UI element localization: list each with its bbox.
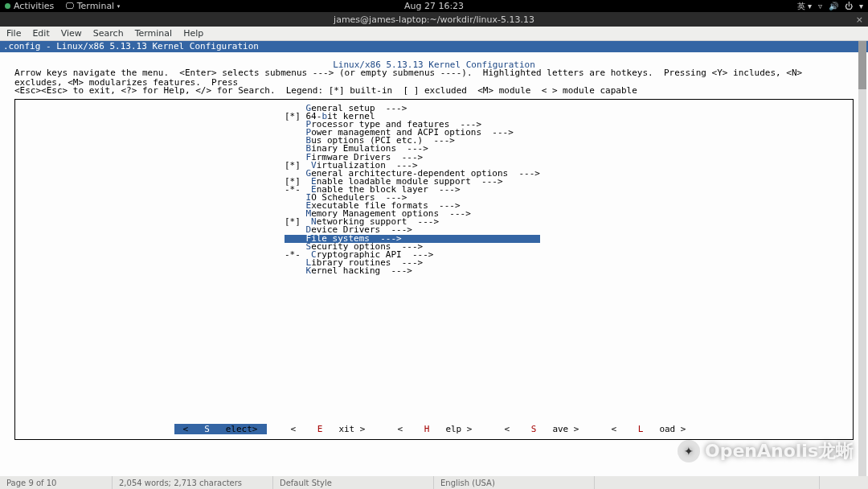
menuconfig: Linux/x86 5.13.13 Kernel Configuration A… <box>0 52 868 440</box>
terminal-viewport: .config - Linux/x86 5.13.13 Kernel Confi… <box>0 41 868 476</box>
activities-icon[interactable] <box>5 3 10 9</box>
status-page: Page 9 of 10 <box>0 476 113 489</box>
status-style: Default Style <box>273 476 434 489</box>
menu-edit[interactable]: Edit <box>32 28 49 39</box>
power-icon[interactable]: ⏻ <box>845 2 853 10</box>
status-language: English (USA) <box>434 476 595 489</box>
menu-search[interactable]: Search <box>93 28 124 39</box>
status-word-count: 2,054 words; 2,713 characters <box>113 476 273 489</box>
menuconfig-button-select[interactable]: <Select> <box>174 424 267 434</box>
terminal-menubar: File Edit View Search Terminal Help <box>0 27 868 41</box>
scrollbar-thumb[interactable] <box>858 41 866 89</box>
system-menu-chevron-icon[interactable]: ▾ <box>859 2 863 10</box>
menu-help[interactable]: Help <box>183 28 203 39</box>
menuconfig-header-bar: .config - Linux/x86 5.13.13 Kernel Confi… <box>0 41 868 52</box>
menu-file[interactable]: File <box>6 28 21 39</box>
clock[interactable]: Aug 27 16:23 <box>404 1 464 11</box>
terminal-scrollbar[interactable] <box>858 41 866 476</box>
menu-terminal[interactable]: Terminal <box>135 28 173 39</box>
menu-item-20[interactable]: Kernel hacking ---> <box>285 267 540 275</box>
status-blank <box>595 476 820 489</box>
menuconfig-button-load[interactable]: < Load > <box>604 424 694 434</box>
menuconfig-button-row: <Select>< Exit >< Help >< Save >< Load > <box>15 425 853 434</box>
network-icon[interactable]: ▿ <box>818 2 822 10</box>
window-titlebar: james@james-laptop:~/workdir/linux-5.13.… <box>0 12 868 27</box>
menu-view[interactable]: View <box>61 28 82 39</box>
window-close-button[interactable]: × <box>856 14 863 25</box>
menuconfig-button-exit[interactable]: < Exit > <box>283 424 374 434</box>
menuconfig-hint-line-2: <Esc><Esc> to exit, <?> for Help, </> fo… <box>0 86 868 96</box>
app-menu[interactable]: 🖵 Terminal ▾ <box>65 1 120 11</box>
menuconfig-button-help[interactable]: < Help > <box>390 424 481 434</box>
menuconfig-frame: General setup --->[*] 64-bit kernel Proc… <box>14 99 854 440</box>
gnome-top-bar: Activities 🖵 Terminal ▾ Aug 27 16:23 英 ▾… <box>0 0 868 12</box>
status-bar: Page 9 of 10 2,054 words; 2,713 characte… <box>0 476 868 489</box>
activities-button[interactable]: Activities <box>14 1 54 11</box>
menuconfig-button-save[interactable]: < Save > <box>497 424 588 434</box>
window-title: james@james-laptop:~/workdir/linux-5.13.… <box>334 14 534 25</box>
input-method-indicator[interactable]: 英 ▾ <box>797 1 812 12</box>
status-blank-2 <box>820 476 868 489</box>
volume-icon[interactable]: 🔊 <box>829 2 838 10</box>
menuconfig-menu-list[interactable]: General setup --->[*] 64-bit kernel Proc… <box>285 105 540 275</box>
